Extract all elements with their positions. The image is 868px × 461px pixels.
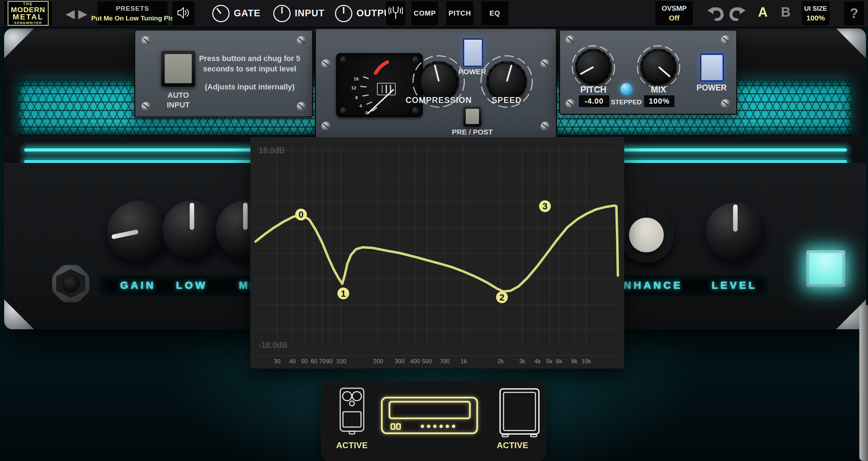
undo-icon <box>707 16 725 22</box>
cab-unit-button[interactable] <box>499 387 540 439</box>
eq-db-min-label: -18.0dB <box>259 341 287 350</box>
amp-head-icon <box>380 395 479 435</box>
output-knob-icon <box>335 5 352 22</box>
enhance-knob[interactable] <box>619 207 674 263</box>
screw-icon <box>297 102 306 111</box>
preset-prev-button[interactable]: ◀ <box>66 8 75 19</box>
eq-node-0[interactable] <box>295 209 307 220</box>
pitch-label: PITCH <box>581 85 607 95</box>
vu-meter-tick: 16 <box>354 76 359 81</box>
pedal-icon <box>338 387 366 435</box>
tuner-button[interactable] <box>386 1 405 25</box>
pitch-value[interactable]: -4.00 <box>579 95 609 107</box>
stepped-toggle[interactable] <box>620 83 632 95</box>
eq-node-2[interactable] <box>496 292 508 303</box>
mix-knob[interactable] <box>635 43 682 90</box>
pedal-unit-button[interactable] <box>338 387 366 437</box>
vu-meter-tick: 4 <box>359 103 362 108</box>
eq-freq-tick: 8k <box>571 358 577 365</box>
eq-db-max-label: 18.0dB <box>259 146 285 155</box>
eq-freq-tick: 50 <box>301 358 308 365</box>
ab-compare-b[interactable]: B <box>781 5 790 20</box>
screw-icon <box>141 102 151 111</box>
plugin-window: THE MODERN METAL SONGWRITER ◀ ▶ PRESETS … <box>0 0 868 461</box>
tab-pitch-label: PITCH <box>449 9 471 17</box>
screw-icon <box>297 36 306 45</box>
compression-label: COMPRESSION <box>405 95 472 105</box>
tab-comp-label: COMP <box>414 9 436 17</box>
eq-freq-tick: 60 <box>311 358 317 365</box>
ab-compare-a[interactable]: A <box>758 5 767 20</box>
ui-size-selector[interactable]: UI SIZE 100% <box>802 1 830 25</box>
monitor-button[interactable] <box>172 1 195 25</box>
pitch-power-label: POWER <box>697 83 727 93</box>
screw-icon <box>141 36 151 45</box>
auto-input-button[interactable] <box>161 51 195 87</box>
low-knob[interactable] <box>163 201 221 259</box>
vu-meter: 1612840 <box>336 53 423 117</box>
vu-meter-face <box>336 53 423 117</box>
cab-active-badge: ACTIVE <box>497 441 528 450</box>
auto-input-button-label-1: AUTO <box>167 91 189 100</box>
amp-unit-button-selected[interactable] <box>380 395 479 437</box>
mix-value[interactable]: 100% <box>644 95 674 107</box>
eq-freq-tick: 700 <box>440 358 449 365</box>
eq-freq-tick: 4k <box>534 358 541 365</box>
tab-comp[interactable]: COMP <box>411 1 438 25</box>
auto-input-panel: AUTO INPUT Press button and chug for 5 s… <box>134 29 313 118</box>
auto-input-instruction-2: seconds to set input level <box>203 64 297 73</box>
undo-button[interactable] <box>707 6 725 21</box>
brand-logo: THE MODERN METAL SONGWRITER <box>4 1 52 25</box>
level-knob[interactable] <box>706 202 764 261</box>
gate-knob-icon <box>212 5 230 22</box>
amp-label-gain: GAIN <box>120 279 156 291</box>
eq-freq-tick: 70 <box>319 358 326 365</box>
input-button[interactable]: INPUT <box>273 0 325 27</box>
logo-line: METAL <box>11 13 45 21</box>
input-jack[interactable] <box>51 264 90 303</box>
tab-pitch[interactable]: PITCH <box>446 1 473 25</box>
ovsmp-label: OVSMP <box>662 5 687 12</box>
screw-icon <box>541 59 550 68</box>
redo-button[interactable] <box>728 6 746 21</box>
speed-label: SPEED <box>492 95 522 105</box>
pedal-active-badge: ACTIVE <box>336 441 368 450</box>
eq-node-1[interactable] <box>337 288 349 299</box>
amp-power-switch[interactable] <box>806 250 845 287</box>
eq-freq-tick: 100 <box>336 358 346 365</box>
preset-next-button[interactable]: ▶ <box>78 8 87 19</box>
eq-curve-plot[interactable]: 0123 <box>250 138 624 368</box>
screw-icon <box>321 122 330 131</box>
gain-knob[interactable] <box>108 201 169 262</box>
eq-freq-tick: 200 <box>373 358 383 365</box>
eq-freq-tick: 3k <box>519 358 525 365</box>
ui-size-value: 100% <box>806 14 825 22</box>
preset-name: Put Me On Low Tuning Pls <box>91 15 174 22</box>
help-button[interactable]: ? <box>844 1 864 25</box>
logo-line: SONGWRITER <box>11 21 45 25</box>
eq-graph-panel[interactable]: 0123 18.0dB -18.0dB 30405060708010020030… <box>250 137 624 368</box>
oversampling-selector[interactable]: OVSMP Off <box>655 1 693 25</box>
pitch-knob[interactable] <box>570 43 617 90</box>
preset-selector[interactable]: PRESETS Put Me On Low Tuning Pls <box>97 1 167 25</box>
vu-meter-tick: 8 <box>355 95 358 100</box>
screw-icon <box>721 99 730 108</box>
speaker-icon <box>177 6 190 21</box>
eq-freq-tick: 10k <box>582 358 591 365</box>
auto-input-button-label-2: INPUT <box>167 101 190 110</box>
screw-icon <box>541 122 550 131</box>
tab-eq[interactable]: EQ <box>481 1 508 25</box>
screw-icon <box>721 35 730 44</box>
gate-label: GATE <box>234 8 260 19</box>
pre-post-button[interactable] <box>463 106 481 127</box>
amp-label-low: LOW <box>176 279 208 291</box>
eq-freq-tick: 300 <box>395 358 404 365</box>
eq-node-3[interactable] <box>539 200 551 212</box>
pitch-power-button[interactable] <box>700 54 724 81</box>
amp-label-level: LEVEL <box>712 279 757 291</box>
pre-post-label: PRE / POST <box>452 128 493 136</box>
eq-freq-tick: 6k <box>556 358 562 365</box>
eq-freq-tick: 5k <box>546 358 552 365</box>
vu-meter-tick: 0 <box>365 110 368 115</box>
gate-button[interactable]: GATE <box>212 0 260 27</box>
